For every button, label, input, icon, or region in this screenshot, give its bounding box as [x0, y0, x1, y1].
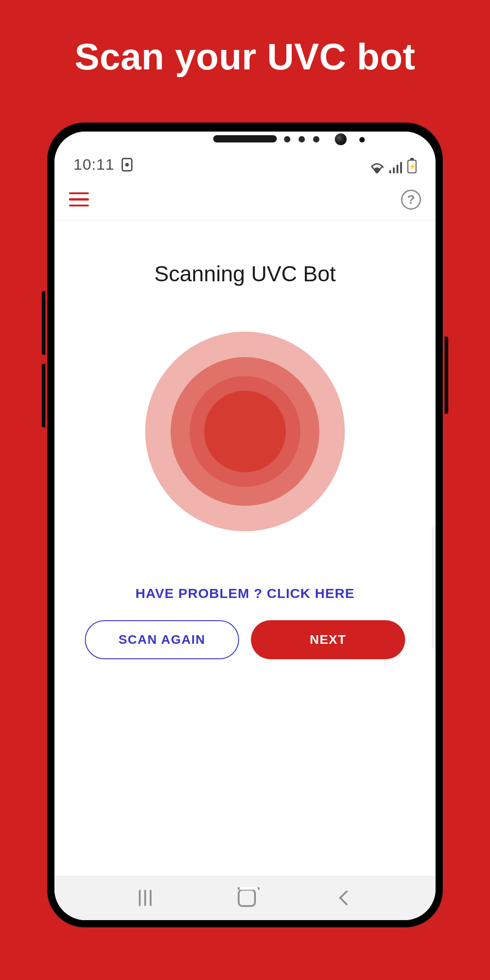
phone-screen: 10:11 + ? Scanning UVC Bot: [54, 132, 436, 920]
wifi-icon: +: [369, 162, 385, 173]
sensor-dots: [284, 136, 319, 142]
page-title: Scan your UVC bot: [74, 35, 415, 78]
earpiece: [213, 135, 277, 142]
help-icon[interactable]: ?: [401, 190, 421, 210]
svg-text:+: +: [382, 165, 384, 170]
home-button[interactable]: [238, 889, 256, 907]
back-button[interactable]: [339, 890, 354, 906]
button-row: SCAN AGAIN NEXT: [85, 620, 405, 659]
proximity-sensor: [359, 137, 365, 142]
have-problem-link[interactable]: HAVE PROBLEM ? CLICK HERE: [136, 586, 355, 601]
front-camera: [335, 133, 347, 145]
app-header: ?: [54, 179, 436, 220]
scanning-radar-icon: [145, 332, 345, 531]
menu-icon[interactable]: [69, 192, 89, 207]
system-nav-bar: [54, 876, 436, 920]
next-button[interactable]: NEXT: [251, 620, 405, 659]
volume-down-button: [42, 364, 45, 427]
screen-title: Scanning UVC Bot: [154, 261, 336, 286]
scan-again-button[interactable]: SCAN AGAIN: [85, 620, 239, 659]
signal-icon: [389, 162, 403, 173]
status-time: 10:11: [74, 156, 114, 173]
recents-button[interactable]: [138, 890, 152, 906]
volume-up-button: [42, 291, 45, 355]
notification-icon: [122, 158, 132, 172]
battery-icon: [407, 160, 416, 173]
power-button: [445, 337, 448, 414]
app-body: Scanning UVC Bot HAVE PROBLEM ? CLICK HE…: [54, 220, 436, 876]
phone-frame: 10:11 + ? Scanning UVC Bot: [48, 123, 442, 926]
